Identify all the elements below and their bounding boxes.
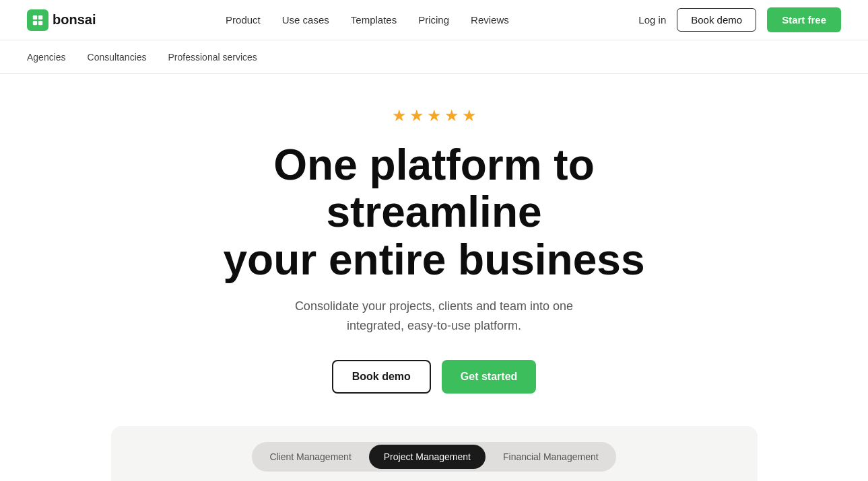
secondary-nav-agencies[interactable]: Agencies — [27, 52, 66, 63]
nav-templates[interactable]: Templates — [351, 14, 397, 26]
secondary-nav-consultancies[interactable]: Consultancies — [88, 52, 147, 63]
login-button[interactable]: Log in — [638, 14, 666, 26]
star-rating: ★ ★ ★ ★ ★ — [392, 106, 477, 125]
demo-section: Client Management Project Management Fin… — [111, 426, 758, 481]
hero-buttons: Book demo Get started — [332, 360, 537, 394]
star-3: ★ — [427, 106, 442, 125]
logo[interactable]: bonsai — [27, 9, 96, 31]
book-demo-button-hero[interactable]: Book demo — [332, 360, 431, 394]
tab-client-management[interactable]: Client Management — [255, 445, 366, 469]
secondary-nav-professional-services[interactable]: Professional services — [168, 52, 257, 63]
logo-text: bonsai — [53, 12, 96, 28]
hero-subtitle: Consolidate your projects, clients and t… — [286, 297, 582, 336]
star-4: ★ — [444, 106, 459, 125]
get-started-button[interactable]: Get started — [442, 360, 536, 394]
tab-financial-management[interactable]: Financial Management — [488, 445, 613, 469]
logo-icon — [27, 9, 48, 31]
start-free-button[interactable]: Start free — [767, 7, 841, 32]
star-2: ★ — [409, 106, 424, 125]
secondary-nav: Agencies Consultancies Professional serv… — [0, 40, 868, 74]
svg-rect-3 — [38, 20, 42, 24]
star-5: ★ — [462, 106, 477, 125]
hero-section: ★ ★ ★ ★ ★ One platform to streamline you… — [0, 74, 868, 481]
nav-product[interactable]: Product — [226, 14, 261, 26]
hero-title: One platform to streamline your entire b… — [178, 141, 690, 283]
demo-tabs: Client Management Project Management Fin… — [252, 442, 615, 472]
nav-links: Product Use cases Templates Pricing Revi… — [226, 14, 509, 26]
book-demo-button-nav[interactable]: Book demo — [677, 8, 756, 32]
svg-rect-2 — [33, 20, 37, 24]
nav-right: Log in Book demo Start free — [638, 7, 841, 32]
star-1: ★ — [392, 106, 407, 125]
main-nav: bonsai Product Use cases Templates Prici… — [0, 0, 868, 40]
svg-rect-1 — [38, 15, 42, 19]
tab-project-management[interactable]: Project Management — [369, 445, 486, 469]
nav-reviews[interactable]: Reviews — [471, 14, 509, 26]
svg-rect-0 — [33, 15, 37, 19]
nav-pricing[interactable]: Pricing — [418, 14, 449, 26]
demo-container: Client Management Project Management Fin… — [111, 426, 758, 481]
nav-use-cases[interactable]: Use cases — [282, 14, 329, 26]
